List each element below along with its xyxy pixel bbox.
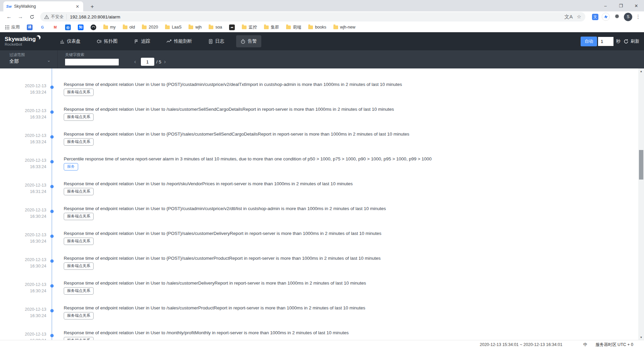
page-total-label: / 5 — [156, 59, 161, 64]
timeline-dot-icon — [50, 110, 54, 114]
bookmark-folder-wjh-new[interactable]: wjh-new — [332, 24, 357, 30]
omnibox[interactable]: 不安全 192.168.2.20:8081/alarm 文A ☆ — [40, 12, 585, 21]
scope-dropdown[interactable]: 过滤范围 全部 ⌄ — [0, 50, 58, 68]
folder-icon — [209, 26, 213, 29]
bookmark-folder-soa[interactable]: soa — [207, 24, 224, 30]
extensions-puzzle-icon[interactable] — [614, 14, 620, 20]
filter-bar: 过滤范围 全部 ⌄ 关键字搜索 ‹ / 5 › — [0, 50, 644, 68]
bookmark-google-site[interactable]: G — [38, 24, 47, 31]
alarm-message: Response time of endpoint relation User … — [64, 330, 638, 335]
prev-page-icon[interactable]: ‹ — [131, 58, 139, 65]
bookmark-folder-monitor[interactable]: 监控 — [240, 24, 259, 31]
bookmark-folder-laas[interactable]: LaaS — [163, 24, 183, 30]
page-number-input[interactable] — [141, 58, 154, 66]
bookmark-folder-cluster[interactable]: 集群 — [262, 24, 281, 31]
refresh-controls: 自动 秒 刷新 — [581, 32, 639, 50]
new-tab-button[interactable]: + — [88, 2, 97, 11]
alarm-time: 16:30:24 — [0, 338, 46, 340]
folder-icon — [264, 26, 269, 29]
forward-icon[interactable]: → — [16, 12, 25, 21]
alarm-message: Response time of endpoint relation User … — [64, 181, 638, 186]
menu-item-profile[interactable]: 性能剖析 — [162, 35, 197, 47]
bookmark-folder-2020[interactable]: 2020 — [140, 24, 160, 30]
alarm-message: Response time of endpoint relation User … — [64, 206, 638, 211]
refresh-icon[interactable] — [624, 39, 629, 44]
alarm-row: 2020-12-13 16:30:24 Response time of end… — [0, 279, 638, 303]
alarm-row: 2020-12-13 16:30:24 Response time of end… — [0, 229, 638, 254]
bookmark-folder-wjh[interactable]: wjh — [187, 24, 203, 30]
apps-grid-icon — [5, 25, 9, 30]
chrome-menu-icon[interactable]: ⋮ — [636, 14, 641, 20]
auto-refresh-button[interactable]: 自动 — [581, 37, 597, 46]
next-page-icon[interactable]: › — [161, 58, 169, 65]
window-minimize-button[interactable]: – — [598, 0, 613, 11]
bookmarks-bar: 应用 译 G M ◎ 知 ◠ my old 2020 LaaS wjh soa … — [0, 22, 644, 32]
translate-page-icon[interactable]: 文A — [565, 14, 573, 20]
browser-tab-strip: Sw SkyWalking ✕ + – ❐ ✕ — [0, 0, 644, 11]
bookmark-share-site[interactable]: ➦ — [227, 24, 236, 31]
menu-item-log[interactable]: 日志 — [204, 35, 229, 47]
bookmark-star-icon[interactable]: ☆ — [577, 14, 581, 20]
refresh-label[interactable]: 刷新 — [631, 38, 639, 44]
bookmark-translate-site[interactable]: 译 — [25, 24, 34, 31]
menu-item-dashboard[interactable]: 仪表盘 — [55, 35, 85, 47]
scope-label: 过滤范围 — [9, 52, 53, 57]
tab-close-icon[interactable]: ✕ — [74, 3, 80, 9]
alarm-scope-tag: 服务端点关系 — [64, 138, 94, 146]
alarm-time: 16:31:24 — [0, 189, 46, 195]
language-toggle[interactable]: 中 — [583, 342, 588, 348]
bookmark-folder-frontend[interactable]: 前端 — [284, 24, 303, 31]
scroll-up-icon[interactable]: ▲ — [638, 68, 644, 74]
browser-tab[interactable]: Sw SkyWalking ✕ — [3, 1, 83, 11]
alarm-list: 2020-12-13 16:33:24 Response time of end… — [0, 80, 638, 340]
alarm-message: Response time of endpoint relation User … — [64, 305, 638, 310]
menu-item-topology[interactable]: 拓扑图 — [92, 35, 122, 47]
apps-grid-item[interactable]: 应用 — [3, 24, 21, 31]
alarm-timestamp: 2020-12-13 16:33:24 — [0, 108, 46, 120]
bookmark-zhihu-site[interactable]: 知 — [76, 24, 85, 31]
scrollbar-thumb[interactable] — [639, 150, 643, 180]
crescent-moon-icon — [36, 35, 41, 40]
menu-item-trace[interactable]: 追踪 — [129, 35, 155, 47]
tab-title: SkyWalking — [14, 4, 74, 9]
alarm-icon — [240, 39, 246, 44]
window-close-button[interactable]: ✕ — [629, 0, 644, 11]
server-timezone-label: 服务器时区 UTC + 0 — [595, 342, 633, 348]
translate-extension-icon[interactable]: 文 — [592, 14, 598, 20]
page-scrollbar[interactable]: ▲ ▼ — [638, 68, 644, 340]
bookmark-folder-my[interactable]: my — [102, 24, 117, 30]
alarm-message: Response time of endpoint relation User … — [64, 256, 638, 261]
reload-icon[interactable] — [28, 12, 36, 21]
alarm-date: 2020-12-13 — [0, 157, 46, 164]
menu-item-alarm[interactable]: 告警 — [236, 35, 261, 47]
timeline-dot-icon — [50, 86, 54, 89]
alarm-timestamp: 2020-12-13 16:30:24 — [0, 331, 46, 340]
timeline-dot-icon — [50, 309, 54, 312]
window-restore-button[interactable]: ❐ — [613, 0, 629, 11]
omnibox-divider — [66, 14, 67, 19]
bookmark-folder-books[interactable]: books — [307, 24, 328, 30]
refresh-interval-input[interactable] — [598, 37, 613, 46]
interval-unit-label: 秒 — [616, 38, 621, 44]
bookmark-folder-old[interactable]: old — [121, 24, 137, 30]
alarm-time: 16:30:24 — [0, 238, 46, 245]
scope-value: 全部 — [9, 58, 53, 64]
not-secure-warning-icon — [44, 15, 49, 19]
profile-icon — [166, 39, 172, 44]
bird-extension-icon[interactable] — [602, 13, 610, 21]
timeline-dot-icon — [50, 160, 54, 163]
bookmark-gmail-site[interactable]: M — [51, 24, 60, 31]
alarm-scope-tag: 服务 — [64, 163, 78, 170]
share-icon: ➦ — [229, 24, 235, 30]
bookmark-github-site[interactable]: ◠ — [89, 24, 98, 31]
alarm-timestamp: 2020-12-13 16:30:24 — [0, 207, 46, 220]
alarm-message: Response time of endpoint relation User … — [64, 231, 638, 236]
scroll-down-icon[interactable]: ▼ — [638, 335, 644, 340]
back-icon[interactable]: ← — [5, 12, 13, 21]
profile-avatar[interactable]: S — [624, 13, 632, 21]
skywalking-logo[interactable]: Skywalking Rocketbot — [5, 36, 41, 46]
keyword-search-input[interactable] — [65, 59, 119, 65]
folder-icon — [123, 26, 127, 29]
alarm-time: 16:33:24 — [0, 114, 46, 120]
bookmark-camera-site[interactable]: ◎ — [63, 24, 72, 31]
